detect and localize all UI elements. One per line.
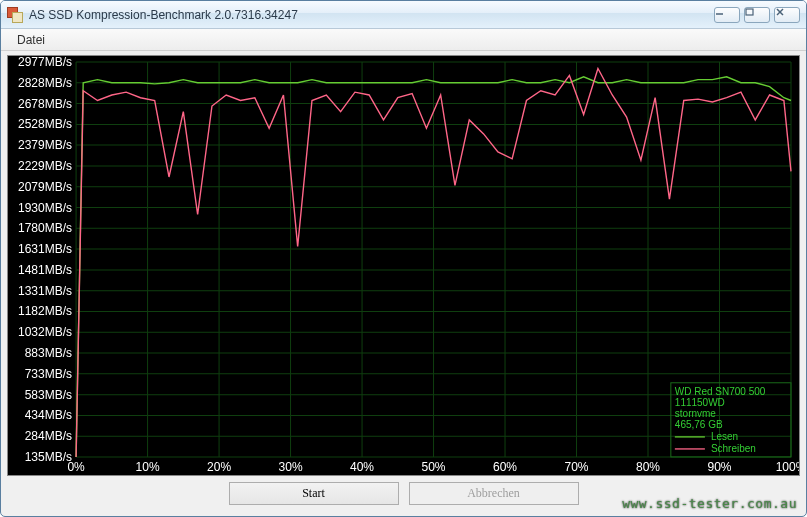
cancel-button: Abbrechen [409,482,579,505]
svg-text:135MB/s: 135MB/s [25,450,72,464]
start-button[interactable]: Start [229,482,399,505]
close-icon [775,8,799,22]
svg-text:20%: 20% [207,460,231,474]
svg-text:30%: 30% [279,460,303,474]
svg-text:2828MB/s: 2828MB/s [18,76,72,90]
svg-text:90%: 90% [707,460,731,474]
svg-text:2678MB/s: 2678MB/s [18,97,72,111]
svg-text:2379MB/s: 2379MB/s [18,138,72,152]
svg-text:1032MB/s: 1032MB/s [18,325,72,339]
svg-text:10%: 10% [136,460,160,474]
svg-text:583MB/s: 583MB/s [25,388,72,402]
svg-text:100%: 100% [776,460,799,474]
close-button[interactable] [774,7,800,23]
svg-text:1930MB/s: 1930MB/s [18,201,72,215]
window-controls [714,7,800,23]
svg-text:284MB/s: 284MB/s [25,429,72,443]
maximize-icon [745,8,769,22]
svg-text:70%: 70% [564,460,588,474]
svg-text:1481MB/s: 1481MB/s [18,263,72,277]
svg-text:80%: 80% [636,460,660,474]
svg-rect-1 [746,9,753,15]
content-area: 135MB/s284MB/s434MB/s583MB/s733MB/s883MB… [1,51,806,516]
svg-text:1631MB/s: 1631MB/s [18,242,72,256]
svg-text:883MB/s: 883MB/s [25,346,72,360]
svg-text:50%: 50% [422,460,446,474]
svg-text:Schreiben: Schreiben [711,443,756,454]
app-icon [7,7,23,23]
svg-text:60%: 60% [493,460,517,474]
window-title: AS SSD Kompression-Benchmark 2.0.7316.34… [29,8,714,22]
minimize-icon [715,8,739,22]
svg-text:434MB/s: 434MB/s [25,408,72,422]
svg-text:2977MB/s: 2977MB/s [18,56,72,69]
watermark-text: www.ssd-tester.com.au [622,496,797,511]
svg-text:40%: 40% [350,460,374,474]
svg-text:WD Red SN700 500: WD Red SN700 500 [675,386,766,397]
minimize-button[interactable] [714,7,740,23]
menubar: Datei [1,29,806,51]
svg-text:stornvme: stornvme [675,408,717,419]
chart-svg: 135MB/s284MB/s434MB/s583MB/s733MB/s883MB… [8,56,799,475]
svg-text:2528MB/s: 2528MB/s [18,117,72,131]
svg-text:1780MB/s: 1780MB/s [18,221,72,235]
svg-text:Lesen: Lesen [711,431,738,442]
svg-text:1182MB/s: 1182MB/s [18,304,72,318]
benchmark-chart: 135MB/s284MB/s434MB/s583MB/s733MB/s883MB… [7,55,800,476]
svg-text:1331MB/s: 1331MB/s [18,284,72,298]
svg-text:465,76 GB: 465,76 GB [675,419,723,430]
maximize-button[interactable] [744,7,770,23]
menu-datei[interactable]: Datei [9,31,53,49]
svg-text:733MB/s: 733MB/s [25,367,72,381]
svg-text:111150WD: 111150WD [675,397,725,408]
titlebar[interactable]: AS SSD Kompression-Benchmark 2.0.7316.34… [1,1,806,29]
svg-text:2229MB/s: 2229MB/s [18,159,72,173]
app-window: AS SSD Kompression-Benchmark 2.0.7316.34… [0,0,807,517]
svg-text:2079MB/s: 2079MB/s [18,180,72,194]
svg-text:0%: 0% [67,460,85,474]
